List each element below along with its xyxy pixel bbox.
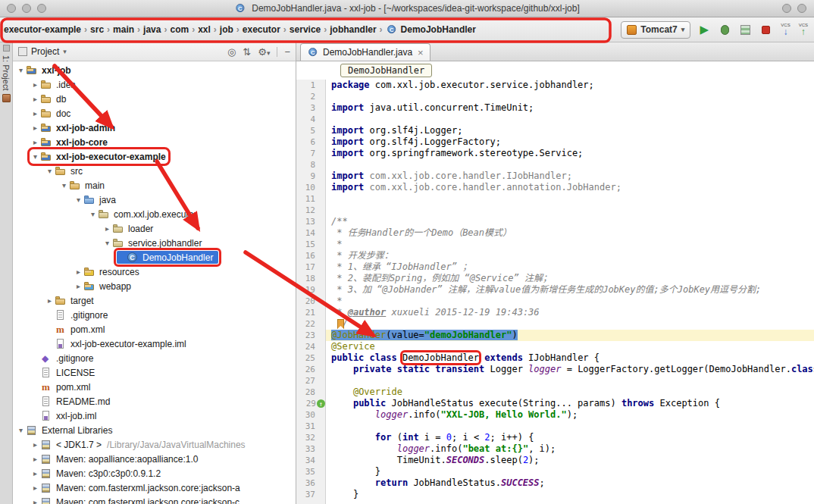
breadcrumb-item-java[interactable]: java (141, 23, 163, 36)
tree-item-loader[interactable]: ▸loader (13, 221, 296, 236)
tree-item-<-JDK1.7->[interactable]: ▸< JDK1.7 >/Library/Java/JavaVirtualMach… (13, 437, 296, 452)
minimize-window-button[interactable] (22, 4, 31, 13)
gutter[interactable]: 25 (296, 352, 326, 364)
chevron-down-icon[interactable]: ▾ (63, 48, 67, 55)
gutter[interactable]: 37 (296, 489, 326, 500)
breadcrumb-item-jobhandler[interactable]: jobhandler (327, 23, 378, 36)
tree-item-DemoJobHandler[interactable]: DemoJobHandler (13, 250, 296, 265)
breadcrumb-item-service[interactable]: service (287, 23, 323, 36)
tree-chevron-icon[interactable]: ▾ (30, 152, 40, 161)
gutter[interactable]: 26 (296, 364, 326, 375)
gutter[interactable]: 36 (296, 477, 326, 489)
gutter[interactable]: 18 (296, 273, 326, 284)
close-icon[interactable]: × (418, 48, 424, 58)
gutter[interactable]: 2 (296, 91, 326, 102)
run-button[interactable]: ▶ (697, 23, 711, 36)
tree-item-service.jobhandler[interactable]: ▾service.jobhandler (13, 236, 296, 250)
gutter[interactable]: 13 (296, 216, 326, 227)
tree-item-.idea[interactable]: ▸.idea (13, 77, 296, 92)
settings-gear-button[interactable]: ⚙▾ (258, 46, 270, 58)
tree-item-.gitignore[interactable]: .gitignore (13, 308, 296, 322)
tree-item-xxl-job-core[interactable]: ▸xxl-job-core (13, 135, 296, 149)
zoom-window-button[interactable] (37, 4, 46, 13)
tree-item-.gitignore[interactable]: .gitignore (13, 351, 296, 365)
tree-item-xxl-job-executor-example.iml[interactable]: xxl-job-executor-example.iml (13, 337, 296, 351)
tree-item-java[interactable]: ▾java (13, 193, 296, 207)
tree-chevron-icon[interactable]: ▾ (16, 66, 26, 74)
tree-item-com.xxl.job.executor[interactable]: ▾com.xxl.job.executor (13, 207, 296, 221)
breadcrumb-item-executor[interactable]: executor (240, 23, 283, 36)
gutter[interactable]: 29↑ (296, 398, 326, 409)
tree-item-xxl-job.iml[interactable]: xxl-job.iml (13, 409, 296, 423)
gutter[interactable]: 24 (296, 341, 326, 352)
gutter[interactable]: 11 (296, 193, 326, 205)
breadcrumb-item-DemoJobHandler[interactable]: DemoJobHandler (384, 22, 478, 37)
vcs-commit-button[interactable]: VCS ↑ (799, 23, 808, 36)
stop-button[interactable] (759, 23, 772, 36)
tree-chevron-icon[interactable]: ▸ (30, 469, 40, 477)
gutter[interactable]: 7 (296, 148, 326, 159)
gutter[interactable]: 22 (296, 318, 326, 330)
gutter[interactable]: 12 (296, 205, 326, 216)
editor-code[interactable]: 1package com.xxl.job.executor.service.jo… (296, 80, 814, 504)
gutter[interactable]: 9 (296, 171, 326, 182)
gutter[interactable]: 16 (296, 250, 326, 261)
collapse-all-button[interactable]: ⇅ (243, 46, 251, 58)
tree-item-src[interactable]: ▾src (13, 164, 296, 178)
gutter[interactable]: 23 (296, 330, 326, 341)
gutter[interactable]: 35 (296, 466, 326, 477)
gutter[interactable]: 20 (296, 296, 326, 307)
tree-chevron-icon[interactable]: ▸ (30, 109, 40, 117)
gutter[interactable]: 6 (296, 136, 326, 148)
locate-file-button[interactable]: ◎ (227, 46, 236, 58)
tree-chevron-icon[interactable]: ▸ (30, 440, 40, 449)
tool-window-icon[interactable] (2, 94, 11, 102)
gutter[interactable]: 8 (296, 159, 326, 171)
tree-chevron-icon[interactable]: ▸ (30, 124, 40, 132)
tree-item-README.md[interactable]: README.md (13, 394, 296, 409)
tree-item-target[interactable]: ▸target (13, 293, 296, 308)
tree-chevron-icon[interactable]: ▸ (30, 455, 40, 463)
tree-item-resources[interactable]: ▸resources (13, 265, 296, 279)
tree-item-External-Libraries[interactable]: ▾External Libraries (13, 423, 296, 437)
gutter[interactable]: 14 (296, 227, 326, 239)
tree-item-db[interactable]: ▸db (13, 92, 296, 106)
tree-item-LICENSE[interactable]: LICENSE (13, 365, 296, 380)
tree-item-Maven-com.fasterxml.jackson.core-jackson-a[interactable]: ▸Maven: com.fasterxml.jackson.core:jacks… (13, 481, 296, 495)
tree-chevron-icon[interactable]: ▾ (16, 426, 26, 434)
gutter[interactable]: 28 (296, 387, 326, 398)
gutter[interactable]: 5 (296, 125, 326, 136)
tree-item-pom.xml[interactable]: pom.xml (13, 322, 296, 337)
tree-chevron-icon[interactable]: ▸ (102, 224, 112, 233)
tree-item-xxl-job-executor-example[interactable]: ▾xxl-job-executor-example (13, 149, 296, 164)
breadcrumb-item-main[interactable]: main (111, 23, 136, 36)
tree-item-Maven-c3p0-c3p0-0.9.1.2[interactable]: ▸Maven: c3p0:c3p0:0.9.1.2 (13, 466, 296, 481)
breadcrumb-item-job[interactable]: job (218, 23, 236, 36)
gutter[interactable]: 32 (296, 432, 326, 443)
breadcrumb-item-src[interactable]: src (88, 23, 106, 36)
gutter[interactable]: 19 (296, 284, 326, 296)
run-configuration-selector[interactable]: Tomcat7 ▾ (621, 21, 690, 39)
hide-panel-button[interactable]: − (284, 46, 290, 58)
gutter[interactable]: 3 (296, 102, 326, 114)
gutter[interactable]: 21 (296, 307, 326, 318)
gutter[interactable]: 10 (296, 182, 326, 193)
tree-chevron-icon[interactable]: ▸ (30, 498, 40, 504)
tree-item-xxl-job[interactable]: ▾xxl-job (13, 63, 296, 77)
breadcrumb-item-xxl[interactable]: xxl (196, 23, 213, 36)
gutter[interactable]: 30 (296, 409, 326, 421)
tree-item-webapp[interactable]: ▸webapp (13, 279, 296, 293)
tree-chevron-icon[interactable]: ▸ (30, 95, 40, 103)
tree-chevron-icon[interactable]: ▸ (74, 268, 83, 276)
breadcrumb-item-com[interactable]: com (167, 23, 191, 36)
tree-item-doc[interactable]: ▸doc (13, 106, 296, 121)
tree-chevron-icon[interactable]: ▾ (88, 210, 98, 218)
tab-DemoJobHandler[interactable]: DemoJobHandler.java × (300, 43, 430, 61)
tree-chevron-icon[interactable]: ▸ (74, 282, 83, 290)
tree-chevron-icon[interactable]: ▾ (102, 239, 112, 247)
gutter[interactable]: 4 (296, 114, 326, 125)
tree-chevron-icon[interactable]: ▸ (30, 80, 40, 89)
tree-chevron-icon[interactable]: ▸ (30, 138, 40, 146)
debug-button[interactable] (718, 23, 731, 36)
tree-item-xxl-job-admin[interactable]: ▸xxl-job-admin (13, 121, 296, 135)
